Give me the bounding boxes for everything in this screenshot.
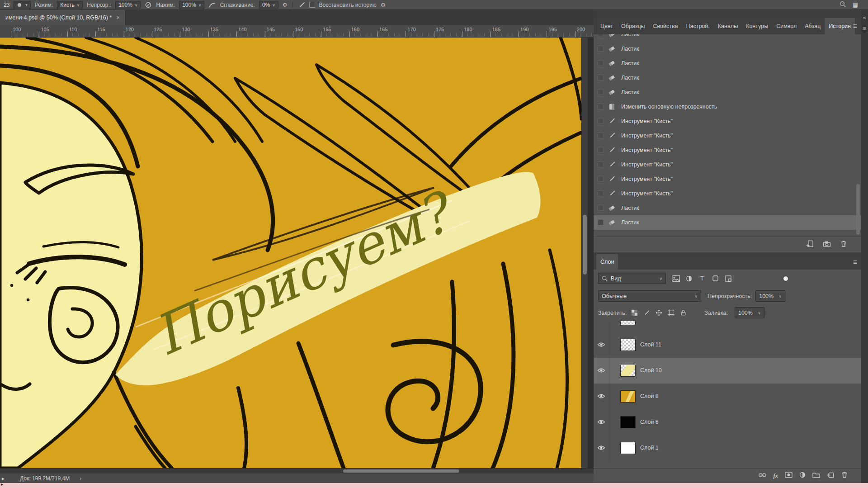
layer-visibility-toggle[interactable] bbox=[594, 384, 609, 409]
layer-group-chevron[interactable]: ▾ bbox=[609, 321, 619, 322]
horizontal-scrollbar-thumb[interactable] bbox=[343, 469, 459, 473]
layer-thumbnail[interactable] bbox=[620, 442, 636, 454]
panel-tab[interactable]: Свойства bbox=[649, 18, 682, 34]
vertical-scrollbar[interactable] bbox=[581, 38, 588, 468]
workspace-switcher-icon[interactable]: ▦ bbox=[853, 1, 858, 8]
mode-select[interactable]: Кисть ∨ bbox=[57, 1, 83, 9]
filter-adjustment-layers-icon[interactable] bbox=[684, 274, 694, 284]
layer-row[interactable]: ▾ Слой 11 bbox=[594, 332, 861, 358]
history-source-checkbox[interactable] bbox=[598, 89, 604, 95]
layer-fill-select[interactable]: 100% ∨ bbox=[735, 307, 764, 318]
panel-tab[interactable]: История bbox=[825, 18, 854, 34]
history-source-checkbox[interactable] bbox=[598, 147, 604, 153]
filter-toggle[interactable] bbox=[783, 276, 788, 281]
history-step-row[interactable]: Ластик bbox=[594, 42, 861, 56]
delete-state-button[interactable] bbox=[840, 240, 847, 249]
link-layers-button[interactable] bbox=[758, 472, 767, 480]
lock-all-icon[interactable] bbox=[679, 308, 688, 317]
layer-visibility-toggle[interactable] bbox=[594, 332, 609, 358]
layer-row[interactable]: ▾ Слой 5 bbox=[594, 321, 861, 332]
new-snapshot-button[interactable] bbox=[823, 241, 831, 249]
layer-opacity-select[interactable]: 100% ∨ bbox=[755, 290, 785, 302]
history-source-checkbox[interactable] bbox=[598, 60, 604, 66]
blend-mode-select[interactable]: Обычные ∨ bbox=[598, 290, 701, 302]
horizontal-scrollbar[interactable] bbox=[0, 468, 594, 474]
layer-filter-kind-select[interactable]: Вид ∨ bbox=[598, 273, 666, 284]
layer-thumbnail[interactable] bbox=[620, 416, 636, 428]
history-source-checkbox[interactable] bbox=[598, 133, 604, 138]
history-step-row[interactable]: Инструмент "Кисть" bbox=[594, 157, 861, 172]
filter-type-layers-icon[interactable]: T bbox=[697, 274, 708, 284]
history-source-checkbox[interactable] bbox=[598, 75, 604, 81]
status-menu-icon[interactable]: › bbox=[80, 475, 81, 482]
history-step-row[interactable]: Инструмент "Кисть" bbox=[594, 128, 861, 143]
layer-visibility-toggle[interactable] bbox=[594, 321, 609, 332]
search-icon[interactable] bbox=[840, 1, 846, 9]
opacity-select[interactable]: 100% ∨ bbox=[115, 1, 141, 9]
new-group-button[interactable] bbox=[812, 472, 820, 480]
vertical-scrollbar-thumb[interactable] bbox=[583, 215, 587, 275]
layer-style-button[interactable]: fx bbox=[774, 473, 778, 479]
history-step-row[interactable]: Ластик bbox=[594, 56, 861, 71]
history-step-row[interactable]: Ластик bbox=[594, 71, 861, 85]
layer-thumbnail[interactable] bbox=[620, 365, 636, 377]
panel-tab[interactable]: Символ bbox=[772, 18, 801, 34]
expand-panels-icon[interactable]: « bbox=[863, 14, 866, 21]
history-source-checkbox[interactable] bbox=[598, 34, 604, 38]
history-source-checkbox[interactable] bbox=[598, 104, 604, 109]
layer-thumbnail[interactable] bbox=[620, 390, 636, 403]
history-source-checkbox[interactable] bbox=[598, 219, 604, 225]
smoothing-gear-icon[interactable]: ⚙ bbox=[283, 2, 288, 8]
lock-position-icon[interactable] bbox=[654, 308, 663, 317]
history-source-checkbox[interactable] bbox=[598, 161, 604, 167]
status-expand-icon[interactable]: ▸ bbox=[2, 475, 5, 482]
lock-transparent-pixels-icon[interactable] bbox=[630, 308, 639, 317]
layer-name[interactable]: Слой 5 bbox=[640, 321, 659, 322]
history-scrollbar[interactable] bbox=[856, 34, 860, 237]
layer-name[interactable]: Слой 10 bbox=[640, 367, 662, 374]
layer-thumbnail[interactable] bbox=[620, 321, 636, 325]
history-step-row[interactable]: Инструмент "Кисть" bbox=[594, 172, 861, 186]
canvas-viewport[interactable]: Порисуем? bbox=[0, 38, 581, 468]
smoothing-select[interactable]: 0% ∨ bbox=[259, 1, 278, 9]
flow-select[interactable]: 100% ∨ bbox=[179, 1, 204, 9]
layer-row[interactable]: ▾ Слой 10 bbox=[594, 358, 861, 384]
history-source-checkbox[interactable] bbox=[598, 46, 604, 52]
history-step-row[interactable]: Ластик bbox=[594, 215, 861, 230]
history-source-checkbox[interactable] bbox=[598, 205, 604, 211]
filter-smart-objects-icon[interactable] bbox=[723, 274, 734, 284]
panel-tab[interactable]: Цвет bbox=[596, 18, 617, 34]
history-step-row[interactable]: Инструмент "Кисть" bbox=[594, 114, 861, 128]
history-step-row[interactable]: Ластик bbox=[594, 85, 861, 99]
delete-layer-button[interactable] bbox=[841, 471, 848, 480]
lock-artboard-icon[interactable] bbox=[666, 308, 675, 317]
panel-tab[interactable]: Настрой. bbox=[682, 18, 713, 34]
brush-symmetry-icon[interactable]: ⚙ bbox=[381, 2, 386, 8]
document-tab[interactable]: имени-4.psd @ 50% (Слой 10, RGB/16) * × bbox=[0, 10, 126, 25]
dock-grip-icon[interactable]: ≡ bbox=[863, 25, 866, 32]
layers-panel-menu-icon[interactable]: ≡ bbox=[853, 254, 857, 270]
history-step-row[interactable]: Ластик bbox=[594, 34, 861, 42]
pen-pressure-opacity-icon[interactable] bbox=[145, 1, 152, 9]
history-step-row[interactable]: Изменить основную непрозрачность bbox=[594, 99, 861, 114]
layer-row[interactable]: ▾ Слой 8 bbox=[594, 384, 861, 409]
layer-name[interactable]: Слой 6 bbox=[640, 419, 659, 425]
tab-layers[interactable]: Слои bbox=[596, 254, 618, 270]
history-source-checkbox[interactable] bbox=[598, 118, 604, 124]
history-scrollbar-thumb[interactable] bbox=[856, 184, 860, 235]
new-layer-button[interactable] bbox=[827, 471, 834, 480]
restore-history-checkbox[interactable] bbox=[309, 2, 315, 8]
filter-pixel-layers-icon[interactable] bbox=[670, 274, 681, 284]
history-source-checkbox[interactable] bbox=[598, 176, 604, 182]
panel-tab[interactable]: Образцы bbox=[617, 18, 649, 34]
add-layer-mask-button[interactable] bbox=[785, 472, 793, 480]
layer-visibility-toggle[interactable] bbox=[594, 435, 609, 461]
layer-row[interactable]: ▾ Слой 1 bbox=[594, 435, 861, 461]
history-source-checkbox[interactable] bbox=[598, 190, 604, 196]
history-panel-menu-icon[interactable]: ≡ bbox=[853, 18, 857, 34]
layer-name[interactable]: Слой 8 bbox=[640, 393, 659, 399]
panel-tab[interactable]: Контуры bbox=[742, 18, 772, 34]
layer-thumbnail[interactable] bbox=[620, 339, 636, 351]
layer-visibility-toggle[interactable] bbox=[594, 358, 609, 384]
canvas-artwork[interactable]: Порисуем? bbox=[0, 38, 581, 468]
